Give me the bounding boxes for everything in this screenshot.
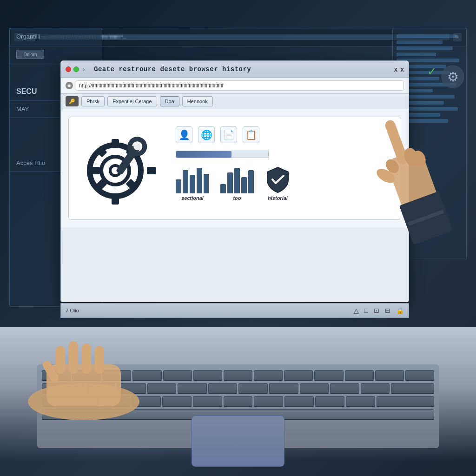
- minimize-button[interactable]: x: [394, 66, 397, 73]
- maximize-traffic-light[interactable]: [73, 66, 79, 72]
- bar-10: [248, 170, 254, 193]
- window-controls: x x: [394, 66, 404, 73]
- bg-sidebar-item-1: Organtilli: [10, 28, 102, 45]
- traffic-lights: [66, 66, 79, 72]
- key: [238, 383, 268, 393]
- stat-sectional-chart: [176, 165, 209, 193]
- svg-rect-1: [112, 139, 119, 148]
- taskbar-item-6: 🔒: [396, 307, 404, 314]
- gear-wrench-icon: [78, 126, 162, 210]
- toolbar-btn-phrsk[interactable]: Phrsk: [81, 96, 105, 106]
- stat-too-label: too: [233, 195, 241, 201]
- key: [405, 370, 434, 380]
- key: [254, 370, 283, 380]
- key: [193, 370, 222, 380]
- taskbar-item-2: △: [354, 307, 359, 314]
- bar-4: [197, 168, 202, 193]
- toolbar-btn-doa[interactable]: Doa: [160, 96, 179, 106]
- key: [345, 370, 374, 380]
- key: [284, 370, 313, 380]
- browser-icon: ◉: [66, 82, 73, 89]
- close-traffic-light[interactable]: [66, 66, 71, 72]
- bar-1: [176, 179, 181, 193]
- key: [254, 396, 283, 406]
- svg-rect-4: [147, 167, 156, 174]
- svg-rect-19: [82, 344, 91, 374]
- taskbar-item-5: ⊟: [385, 307, 390, 314]
- taskbar-item-3: □: [364, 307, 368, 314]
- key: [147, 383, 177, 393]
- bar-3: [190, 175, 195, 193]
- close-button[interactable]: x: [400, 66, 404, 73]
- key: [224, 370, 252, 380]
- stat-too: too: [220, 165, 254, 201]
- key: [178, 383, 207, 393]
- progress-bar-fill: [176, 151, 231, 158]
- taskbar-item-4: ⊡: [374, 307, 379, 314]
- key: [314, 370, 343, 380]
- stat-too-chart: [220, 165, 254, 193]
- window-title: Geate restroure desete browser history: [94, 66, 390, 73]
- progress-bar-container: [176, 151, 269, 158]
- clipboard-icon: 📋: [243, 126, 259, 143]
- shield-container: [265, 165, 291, 193]
- key: [269, 383, 298, 393]
- globe-icon: 🌐: [198, 126, 215, 143]
- taskbar-item-1: 7 Olio: [66, 308, 79, 313]
- key: [315, 396, 344, 406]
- bg-gear-icon: ⚙: [441, 65, 464, 88]
- bar-5: [204, 174, 209, 193]
- bg-check-icon: ✓: [427, 65, 436, 78]
- document-icon: 📄: [220, 126, 237, 143]
- key: [391, 383, 434, 393]
- left-hand: [19, 318, 149, 420]
- svg-rect-18: [69, 341, 78, 374]
- svg-rect-2: [112, 196, 119, 204]
- svg-rect-20: [95, 346, 104, 374]
- taskbar: 7 Olio △ □ ⊡ ⊟ 🔒: [60, 303, 409, 318]
- key: [284, 396, 314, 406]
- key: [330, 383, 359, 393]
- stat-sectional-label: sectional: [181, 195, 204, 201]
- key: [163, 370, 192, 380]
- address-input[interactable]: [76, 80, 404, 91]
- bar-6: [220, 184, 226, 193]
- key: [361, 383, 390, 393]
- bar-9: [241, 177, 247, 193]
- stat-historial: historial: [265, 165, 291, 201]
- browser-window: › Geate restroure desete browser history…: [60, 60, 409, 302]
- key: [346, 396, 375, 406]
- person-icon: 👤: [176, 126, 192, 143]
- toolbar-btn-expentiel[interactable]: Expentiel Cerage: [107, 96, 157, 106]
- title-bar: › Geate restroure desete browser history…: [61, 61, 409, 78]
- svg-rect-3: [91, 167, 99, 174]
- key: [193, 396, 222, 406]
- address-bar: ◉: [61, 78, 409, 94]
- stat-historial-label: historial: [268, 195, 288, 201]
- key: [208, 383, 238, 393]
- stat-sectional: sectional: [176, 165, 209, 201]
- bar-7: [227, 172, 233, 193]
- key: [300, 383, 329, 393]
- toolbar-key-icon[interactable]: 🔑: [66, 96, 79, 106]
- key: [224, 396, 253, 406]
- svg-rect-17: [56, 346, 65, 374]
- bar-2: [183, 170, 188, 193]
- toolbar: 🔑 Phrsk Expentiel Cerage Doa Hennook: [61, 94, 409, 109]
- toolbar-btn-hennook[interactable]: Hennook: [182, 96, 213, 106]
- key: [375, 370, 404, 380]
- key: [162, 396, 192, 406]
- trackpad[interactable]: [192, 416, 284, 467]
- bar-8: [234, 168, 240, 193]
- key: [377, 396, 434, 406]
- back-arrow[interactable]: ›: [83, 66, 90, 73]
